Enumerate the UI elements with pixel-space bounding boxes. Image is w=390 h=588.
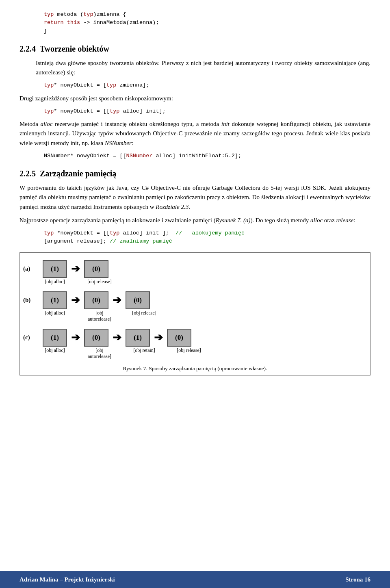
code-nsnumber: NSNumber* nowyObiekt = [[NSNumber alloc]… — [44, 152, 370, 160]
fig-boxlabel-c-3: [obj retain] — [132, 347, 156, 354]
paragraph-4: W porównaniu do takich języków jak Java,… — [20, 183, 370, 212]
fig-content-b: (1) ➔ (0) ➔ (0) — [43, 291, 367, 309]
arrow-a-1: ➔ — [71, 263, 80, 275]
footer-page-number: Strona 16 — [345, 576, 370, 583]
figure-caption: Rysunek 7. Sposoby zarządzania pamięcią … — [23, 365, 367, 373]
code-top: typ metoda (typ)zmienna { return this ->… — [44, 11, 370, 35]
arrow-c-3: ➔ — [154, 331, 163, 344]
paragraph-1: Istnieją dwa główne sposoby tworzenia ob… — [36, 59, 370, 78]
box-b-3: (0) — [126, 291, 150, 309]
code-typ1: typ — [44, 11, 54, 17]
fig-boxlabel-b-1: [obj alloc] — [43, 310, 67, 316]
fig-content-c: (1) ➔ (0) ➔ (1) ➔ (0) — [43, 329, 367, 347]
arrow-b-2: ➔ — [113, 294, 121, 306]
box-a-1: (1) — [43, 260, 67, 278]
fig-boxlabel-c-4: [obj release] — [177, 347, 201, 354]
code-innaMetoda: -> innaMetoda(zmienna); — [80, 20, 159, 26]
fig-labels-b: [obj alloc] [obj autorelease] [obj relea… — [43, 310, 367, 325]
box-b-2: (0) — [84, 291, 108, 309]
fig-boxlabel-c-1: [obj alloc] — [43, 347, 67, 354]
arrow-c-2: ➔ — [113, 331, 121, 344]
fig-label-a: (a) — [23, 265, 43, 272]
code-zmienna-open: )zmienna { — [93, 11, 126, 17]
box-c-2: (0) — [84, 329, 108, 347]
box-c-1: (1) — [43, 329, 67, 347]
figure-row-c: (c) (1) ➔ (0) ➔ (1) ➔ (0) — [23, 325, 367, 347]
arrow-c-1: ➔ — [71, 331, 80, 344]
figure-row-a: (a) (1) ➔ (0) — [23, 257, 367, 279]
code-alloc-release: typ *nowyObiekt = [[typ alloc] init ]; /… — [44, 229, 370, 246]
page-footer: Adrian Malina – Projekt Inżynierski Stro… — [0, 571, 390, 588]
box-b-1: (1) — [43, 291, 67, 309]
fig-labels-c: [obj alloc] [obj autorelease] [obj retai… — [43, 347, 367, 363]
fig-boxlabel-c-2: [obj autorelease] — [87, 347, 112, 360]
box-a-2: (0) — [84, 260, 108, 278]
paragraph-3: Metoda alloc rezerwuje pamięć i instancj… — [20, 119, 370, 148]
fig-boxlabel-a-1: [obj alloc] — [43, 279, 67, 285]
section-224-heading: 2.2.4 Tworzenie obiektów — [20, 44, 370, 54]
figure-row-b: (b) (1) ➔ (0) ➔ (0) — [23, 288, 367, 310]
fig-boxlabel-b-3: [obj release] — [132, 310, 156, 316]
fig-labels-a: [obj alloc] [obj release] — [43, 279, 367, 288]
footer-title: Adrian Malina – Projekt Inżynierski — [20, 576, 115, 583]
fig-boxlabel-a-2: [obj release] — [87, 279, 112, 285]
code-autorelease: typ* nowyObiekt = [typ zmienna]; — [44, 81, 370, 89]
section-225-heading: 2.2.5 Zarządzanie pamięcią — [20, 169, 370, 178]
code-alloc-init: typ* nowyObiekt = [[typ alloc] init]; — [44, 107, 370, 115]
fig-label-b: (b) — [23, 297, 43, 304]
box-c-4: (0) — [167, 329, 191, 347]
fig-label-c: (c) — [23, 334, 43, 341]
box-c-3: (1) — [126, 329, 150, 347]
paragraph-2: Drugi zagnieżdżony sposób jest sposobem … — [20, 94, 370, 103]
paragraph-5: Najprostsze operacje zarządzania pamięci… — [20, 216, 370, 225]
arrow-b-1: ➔ — [71, 294, 80, 306]
code-return: return — [44, 20, 67, 26]
figure-memory: (a) (1) ➔ (0) [obj alloc] [obj release] … — [20, 252, 370, 375]
code-typ2: typ — [83, 11, 93, 17]
code-close-brace: } — [44, 27, 370, 35]
fig-boxlabel-b-2: [obj autorelease] — [87, 310, 112, 322]
fig-content-a: (1) ➔ (0) — [43, 260, 367, 278]
code-this: this — [67, 20, 80, 26]
code-metoda: metoda ( — [57, 11, 83, 17]
